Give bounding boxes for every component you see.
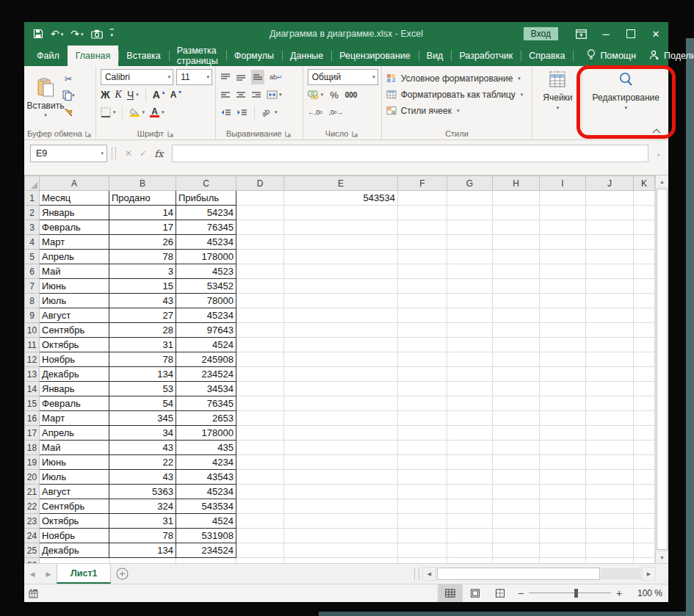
cell-D6[interactable]	[236, 264, 284, 279]
cell-I16[interactable]	[540, 411, 586, 426]
column-header-E[interactable]: E	[284, 176, 398, 191]
cell-E24[interactable]	[284, 529, 398, 543]
cell-H24[interactable]	[493, 529, 540, 543]
cell-H14[interactable]	[493, 382, 540, 396]
cell-G7[interactable]	[447, 279, 493, 294]
cell-A24[interactable]: Ноябрь	[40, 529, 109, 543]
align-bottom-button[interactable]	[251, 70, 264, 84]
number-format-combo[interactable]: Общий▾	[308, 69, 378, 85]
row-header-25[interactable]: 25	[25, 543, 40, 558]
cell-E7[interactable]	[284, 279, 398, 294]
cell-A23[interactable]: Октябрь	[40, 514, 109, 529]
scroll-up-button[interactable]: ▲	[656, 175, 668, 188]
cell-G10[interactable]	[447, 323, 493, 338]
cell-H17[interactable]	[493, 426, 540, 441]
cell-B8[interactable]: 43	[109, 294, 176, 308]
row-header-16[interactable]: 16	[25, 411, 40, 426]
row-header-22[interactable]: 22	[25, 499, 40, 514]
cell-B22[interactable]: 324	[109, 499, 176, 514]
cell-E15[interactable]	[284, 396, 398, 411]
cell-J21[interactable]	[586, 485, 634, 499]
cell-A8[interactable]: Июль	[40, 294, 109, 308]
expand-formula-bar-button[interactable]: ⌄	[653, 151, 664, 157]
cell-J1[interactable]	[586, 191, 634, 206]
zoom-slider[interactable]	[529, 584, 611, 602]
cell-J26[interactable]	[586, 558, 634, 564]
customize-quick-access-button[interactable]: ▔▾	[110, 31, 114, 37]
cell-F19[interactable]	[398, 455, 447, 470]
decrease-font-size-button[interactable]: А▼	[170, 87, 182, 102]
cell-C21[interactable]: 45234	[176, 485, 236, 499]
cell-K18[interactable]	[634, 441, 655, 455]
cell-G18[interactable]	[447, 441, 493, 455]
insert-function-button[interactable]: fx	[154, 148, 163, 159]
cell-A3[interactable]: Февраль	[40, 220, 109, 235]
cell-B17[interactable]: 34	[109, 426, 176, 441]
cell-D24[interactable]	[236, 529, 284, 543]
scroll-left-button[interactable]: ◀	[422, 567, 436, 581]
cell-J25[interactable]	[586, 543, 634, 558]
cell-C15[interactable]: 76345	[176, 396, 236, 411]
cell-I23[interactable]	[540, 514, 586, 529]
cell-D5[interactable]	[236, 250, 284, 264]
cell-E20[interactable]	[284, 470, 398, 485]
cell-A15[interactable]: Февраль	[40, 396, 109, 411]
cell-E4[interactable]	[284, 235, 398, 250]
orientation-button[interactable]: ab	[258, 104, 273, 121]
cell-F15[interactable]	[398, 396, 447, 411]
cell-H7[interactable]	[493, 279, 540, 294]
ribbon-tab-review[interactable]: Рецензирование	[331, 46, 419, 66]
cell-B1[interactable]: Продано	[109, 191, 176, 206]
cell-K15[interactable]	[634, 396, 655, 411]
redo-button[interactable]: ↷▾	[71, 29, 83, 39]
cell-D8[interactable]	[236, 294, 284, 308]
cell-J24[interactable]	[586, 529, 634, 543]
cell-A13[interactable]: Декабрь	[40, 367, 109, 382]
row-header-2[interactable]: 2	[25, 206, 40, 220]
minimize-button[interactable]: ─	[593, 22, 618, 46]
cell-D23[interactable]	[236, 514, 284, 529]
cell-K17[interactable]	[634, 426, 655, 441]
format-as-table-button[interactable]: Форматировать как таблицу▾	[386, 87, 529, 102]
cell-A7[interactable]: Июнь	[40, 279, 109, 294]
cell-C10[interactable]: 97643	[176, 323, 236, 338]
cell-H3[interactable]	[493, 220, 540, 235]
cell-I4[interactable]	[540, 235, 586, 250]
cell-D25[interactable]	[236, 543, 284, 558]
cell-J18[interactable]	[586, 441, 634, 455]
cell-K11[interactable]	[634, 338, 655, 352]
cell-G14[interactable]	[447, 382, 493, 396]
scroll-right-button[interactable]: ▶	[642, 567, 656, 581]
share-button[interactable]: Поделиться	[649, 50, 694, 62]
zoom-out-button[interactable]: −	[513, 587, 529, 599]
cell-A25[interactable]: Декабрь	[40, 543, 109, 558]
row-header-23[interactable]: 23	[25, 514, 40, 529]
cell-F17[interactable]	[398, 426, 447, 441]
cell-H1[interactable]	[493, 191, 540, 206]
cell-F25[interactable]	[398, 543, 447, 558]
cell-A10[interactable]: Сентябрь	[40, 323, 109, 338]
column-header-K[interactable]: K	[634, 176, 655, 191]
cell-C2[interactable]: 54234	[176, 206, 236, 220]
fill-color-button[interactable]: ▾	[129, 105, 145, 120]
cell-A9[interactable]: Август	[40, 308, 109, 323]
cell-C22[interactable]: 543534	[176, 499, 236, 514]
cell-I19[interactable]	[540, 455, 586, 470]
cell-E22[interactable]	[284, 499, 398, 514]
cell-A26[interactable]	[40, 558, 109, 564]
cell-G19[interactable]	[447, 455, 493, 470]
cell-K19[interactable]	[634, 455, 655, 470]
cell-E17[interactable]	[284, 426, 398, 441]
conditional-formatting-button[interactable]: ≠ Условное форматирование▾	[386, 70, 529, 86]
cell-D4[interactable]	[236, 235, 284, 250]
cell-C8[interactable]: 78000	[176, 294, 236, 308]
cell-B13[interactable]: 134	[109, 367, 176, 382]
row-header-17[interactable]: 17	[25, 426, 40, 441]
cell-H13[interactable]	[493, 367, 540, 382]
cell-J17[interactable]	[586, 426, 634, 441]
page-break-view-button[interactable]	[488, 584, 513, 602]
cell-K21[interactable]	[634, 485, 655, 499]
row-header-7[interactable]: 7	[25, 279, 40, 294]
cell-C24[interactable]: 531908	[176, 529, 236, 543]
cell-D20[interactable]	[236, 470, 284, 485]
